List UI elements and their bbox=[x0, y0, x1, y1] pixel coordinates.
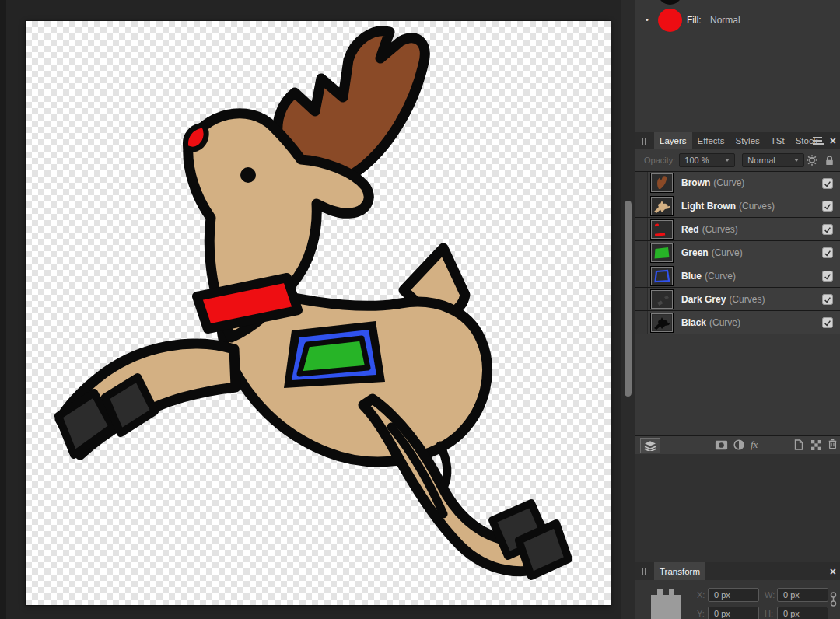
new-pixel-layer-icon[interactable] bbox=[811, 439, 821, 453]
layer-thumbnail-blue[interactable] bbox=[650, 266, 674, 286]
fill-blend-value: Normal bbox=[710, 15, 740, 26]
transform-y-label: Y: bbox=[697, 609, 705, 618]
layers-panel: Layers Effects Styles TSt Stock × Opacit… bbox=[635, 132, 840, 454]
layer-effects-fx-icon[interactable]: fx bbox=[751, 439, 758, 451]
anchor-point-selector[interactable] bbox=[648, 585, 684, 619]
transform-panel-close-icon[interactable]: × bbox=[830, 566, 836, 577]
layer-row-red[interactable]: Red(Curves) bbox=[635, 218, 840, 241]
chevron-down-icon bbox=[725, 159, 730, 162]
layer-thumbnail-green[interactable] bbox=[650, 243, 674, 263]
adjustment-layer-icon[interactable] bbox=[733, 439, 744, 453]
layer-name: Brown bbox=[681, 177, 710, 188]
layer-list: Brown(Curve) Light Brown(Curves) bbox=[635, 171, 840, 334]
layer-row-dark-grey[interactable]: Dark Grey(Curves) bbox=[635, 288, 840, 311]
tab-layers[interactable]: Layers bbox=[654, 132, 692, 149]
panel-gap bbox=[635, 454, 840, 562]
layer-name: Red bbox=[681, 224, 699, 235]
layers-opacity-row: Opacity: 100 % Normal bbox=[635, 149, 840, 171]
scrollbar-thumb[interactable] bbox=[625, 201, 632, 397]
fill-color-swatch[interactable] bbox=[658, 9, 682, 32]
chevron-down-icon bbox=[794, 159, 799, 162]
layer-row-green[interactable]: Green(Curve) bbox=[635, 241, 840, 264]
scene-stack-icon[interactable] bbox=[640, 438, 660, 453]
layer-visibility-checkbox[interactable] bbox=[822, 178, 833, 189]
layers-footer-toolbar: fx bbox=[635, 435, 840, 454]
lock-icon[interactable] bbox=[824, 155, 835, 166]
panel-drag-handle-icon[interactable] bbox=[642, 138, 648, 145]
layer-thumbnail-light-brown[interactable] bbox=[650, 196, 674, 216]
transform-w-input[interactable]: 0 px bbox=[777, 588, 828, 602]
layer-thumbnail-red[interactable] bbox=[650, 219, 674, 240]
right-panel: • Fill: Normal Layers Effects Styles TSt… bbox=[635, 0, 840, 619]
layer-name: Blue bbox=[681, 271, 702, 282]
reindeer-artwork bbox=[26, 21, 611, 605]
layer-thumbnail-black[interactable] bbox=[650, 313, 674, 333]
layer-thumbnail-brown[interactable] bbox=[650, 173, 674, 193]
opacity-dropdown[interactable]: 100 % bbox=[679, 153, 735, 167]
transform-h-label: H: bbox=[765, 609, 773, 618]
layer-row-blue[interactable]: Blue(Curve) bbox=[635, 264, 840, 288]
layer-visibility-checkbox[interactable] bbox=[822, 224, 833, 235]
tab-tst[interactable]: TSt bbox=[765, 132, 790, 149]
link-dimensions-icon[interactable] bbox=[830, 590, 837, 609]
transform-y-input[interactable]: 0 px bbox=[708, 607, 759, 619]
new-layer-icon[interactable] bbox=[794, 439, 803, 453]
layer-row-brown[interactable]: Brown(Curve) bbox=[635, 171, 840, 194]
tab-transform[interactable]: Transform bbox=[654, 562, 705, 580]
layers-empty-area[interactable] bbox=[635, 334, 840, 435]
transform-h-input[interactable]: 0 px bbox=[777, 607, 828, 619]
layer-name: Green bbox=[681, 247, 709, 258]
layers-panel-tabbar: Layers Effects Styles TSt Stock × bbox=[635, 132, 840, 149]
layer-visibility-checkbox[interactable] bbox=[822, 294, 833, 305]
saddle-green-center bbox=[299, 338, 368, 374]
layer-row-light-brown[interactable]: Light Brown(Curves) bbox=[635, 194, 840, 218]
affinity-window: • Fill: Normal Layers Effects Styles TSt… bbox=[0, 0, 840, 619]
delete-layer-icon[interactable] bbox=[828, 439, 837, 453]
layer-row-black[interactable]: Black(Curve) bbox=[635, 311, 840, 334]
gear-icon[interactable] bbox=[806, 154, 818, 166]
panel-menu-icon[interactable] bbox=[813, 137, 823, 145]
layer-name: Black bbox=[681, 317, 706, 328]
layers-panel-close-icon[interactable]: × bbox=[830, 135, 836, 146]
tab-styles[interactable]: Styles bbox=[730, 132, 765, 149]
artboard[interactable] bbox=[26, 21, 611, 605]
opacity-label: Opacity: bbox=[644, 156, 675, 165]
transform-content: X: 0 px W: 0 px Y: 0 px H: 0 px bbox=[635, 580, 840, 619]
layer-thumbnail-dark-grey[interactable] bbox=[650, 289, 674, 310]
eye-dot bbox=[240, 167, 256, 183]
canvas-left-edge bbox=[0, 0, 6, 619]
canvas-area[interactable] bbox=[0, 0, 621, 619]
blend-mode-dropdown[interactable]: Normal bbox=[742, 153, 804, 167]
canvas-vertical-scrollbar[interactable] bbox=[621, 0, 635, 619]
transform-x-label: X: bbox=[697, 590, 705, 600]
transform-panel-tabs: Transform bbox=[654, 562, 705, 580]
fill-label: Fill: bbox=[687, 15, 702, 26]
transform-panel-tabbar: Transform × bbox=[635, 562, 840, 580]
mask-layer-icon[interactable] bbox=[715, 439, 728, 453]
layer-name: Dark Grey bbox=[681, 294, 726, 305]
layer-visibility-checkbox[interactable] bbox=[822, 271, 833, 282]
transform-w-label: W: bbox=[765, 590, 775, 600]
transform-panel: Transform × X: 0 px W: 0 px Y: 0 px H: 0… bbox=[635, 562, 840, 619]
transform-x-input[interactable]: 0 px bbox=[708, 588, 759, 602]
layer-name: Light Brown bbox=[681, 201, 736, 212]
layer-visibility-checkbox[interactable] bbox=[822, 317, 833, 328]
layer-visibility-checkbox[interactable] bbox=[822, 201, 833, 212]
fill-bullet: • bbox=[646, 15, 649, 24]
red-nose bbox=[185, 125, 206, 149]
layers-panel-tabs: Layers Effects Styles TSt Stock bbox=[654, 132, 823, 149]
stroke-swatch-partial[interactable] bbox=[658, 0, 682, 5]
fill-indicator-row: • Fill: Normal bbox=[635, 0, 840, 47]
panel-drag-handle-icon[interactable] bbox=[642, 568, 648, 575]
tab-effects[interactable]: Effects bbox=[692, 132, 730, 149]
layer-visibility-checkbox[interactable] bbox=[822, 247, 833, 258]
